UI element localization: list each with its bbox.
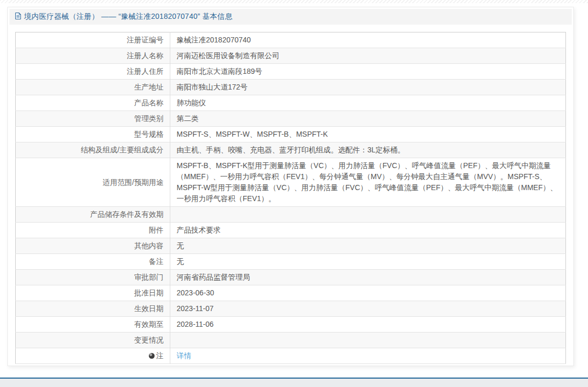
row-value: [170, 333, 566, 348]
table-row: 附件产品技术要求: [16, 223, 566, 238]
row-value: 2023-11-07: [170, 301, 566, 317]
row-value: 2028-11-06: [170, 317, 566, 333]
row-label: 注册证编号: [16, 32, 170, 48]
row-value: 由主机、手柄、咬嘴、充电器、蓝牙打印机组成。选配件：3L定标桶。: [170, 142, 566, 158]
row-label: 适用范围/预期用途: [16, 158, 170, 207]
row-label: 管理类别: [16, 111, 170, 127]
top-stripe-texture: [0, 0, 588, 3]
table-row: 结构及组成/主要组成成分由主机、手柄、咬嘴、充电器、蓝牙打印机组成。选配件：3L…: [16, 142, 566, 158]
table-row: 审批部门河南省药品监督管理局: [16, 270, 566, 285]
row-label: 产品名称: [16, 95, 170, 111]
table-row: 产品储存条件及有效期: [16, 207, 566, 223]
row-label: 批准日期: [16, 285, 170, 301]
footer-band: [0, 379, 588, 387]
row-label: 审批部门: [16, 270, 170, 285]
row-label: 生效日期: [16, 301, 170, 317]
table-row: 批准日期2023-06-30: [16, 285, 566, 301]
note-circle-icon: [149, 353, 155, 359]
page-title: 境内医疗器械（注册） —— “豫械注准20182070740” 基本信息: [24, 12, 232, 21]
info-table: 注册证编号豫械注准20182070740注册人名称河南迈松医用设备制造有限公司注…: [15, 32, 566, 364]
document-icon: [15, 12, 21, 22]
table-row: 注册人名称河南迈松医用设备制造有限公司: [16, 48, 566, 64]
row-label: 备注: [16, 254, 170, 270]
row-label: 注册人住所: [16, 64, 170, 80]
detail-link[interactable]: 详情: [177, 351, 191, 360]
row-value: 河南迈松医用设备制造有限公司: [170, 48, 566, 64]
table-row: 有效期至2028-11-06: [16, 317, 566, 333]
row-value: 南阳市独山大道172号: [170, 80, 566, 95]
info-table-body: 注册证编号豫械注准20182070740注册人名称河南迈松医用设备制造有限公司注…: [16, 32, 566, 364]
row-value: 无: [170, 254, 566, 270]
content-box: 境内医疗器械（注册） —— “豫械注准20182070740” 基本信息 注册证…: [7, 7, 574, 366]
table-row: 适用范围/预期用途MSPFT-B、MSPFT-K型用于测量肺活量（VC）、用力肺…: [16, 158, 566, 207]
page-title-bar: 境内医疗器械（注册） —— “豫械注准20182070740” 基本信息: [9, 9, 572, 25]
table-row: 注详情: [16, 348, 566, 364]
row-value: 无: [170, 238, 566, 254]
row-label: 有效期至: [16, 317, 170, 333]
row-label: 注: [16, 348, 170, 364]
row-label: 型号规格: [16, 127, 170, 142]
table-row: 变更情况: [16, 333, 566, 348]
table-row: 注册人住所南阳市北京大道南段189号: [16, 64, 566, 80]
row-value: 河南省药品监督管理局: [170, 270, 566, 285]
row-label: 附件: [16, 223, 170, 238]
table-row: 产品名称肺功能仪: [16, 95, 566, 111]
row-value: 第二类: [170, 111, 566, 127]
row-value: 产品技术要求: [170, 223, 566, 238]
row-value: [170, 207, 566, 223]
table-row: 注册证编号豫械注准20182070740: [16, 32, 566, 48]
row-value: 2023-06-30: [170, 285, 566, 301]
row-value: 详情: [170, 348, 566, 364]
row-label: 结构及组成/主要组成成分: [16, 142, 170, 158]
row-value: MSPFT-B、MSPFT-K型用于测量肺活量（VC）、用力肺活量（FVC）、呼…: [170, 158, 566, 207]
row-label: 注册人名称: [16, 48, 170, 64]
row-label: 变更情况: [16, 333, 170, 348]
table-row: 生产地址南阳市独山大道172号: [16, 80, 566, 95]
table-row: 管理类别第二类: [16, 111, 566, 127]
row-label: 生产地址: [16, 80, 170, 95]
table-row: 型号规格MSPFT-S、MSPFT-W、MSPFT-B、MSPFT-K: [16, 127, 566, 142]
row-value: MSPFT-S、MSPFT-W、MSPFT-B、MSPFT-K: [170, 127, 566, 142]
row-value: 南阳市北京大道南段189号: [170, 64, 566, 80]
row-label: 产品储存条件及有效期: [16, 207, 170, 223]
table-row: 备注无: [16, 254, 566, 270]
row-value: 豫械注准20182070740: [170, 32, 566, 48]
row-value: 肺功能仪: [170, 95, 566, 111]
row-label: 其他内容: [16, 238, 170, 254]
table-row: 生效日期2023-11-07: [16, 301, 566, 317]
table-row: 其他内容无: [16, 238, 566, 254]
